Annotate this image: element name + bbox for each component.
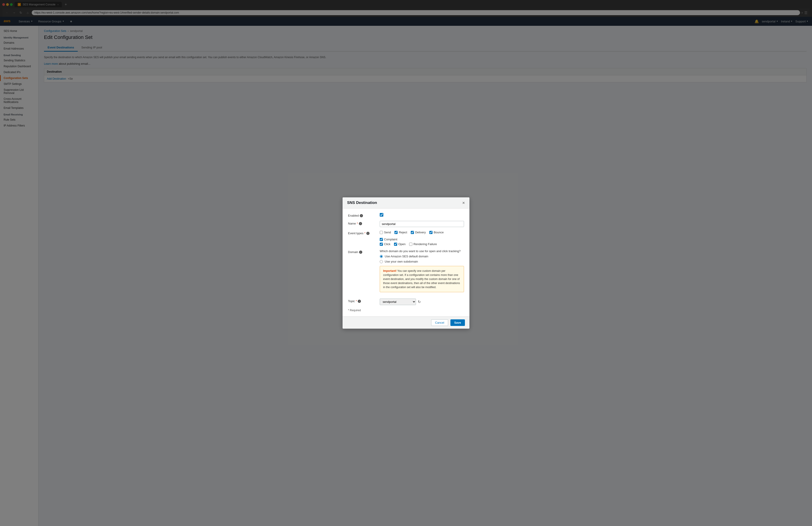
topic-select[interactable]: sendportal — [380, 299, 416, 305]
event-types-row-1: Send Reject Delivery Bounce — [380, 231, 464, 241]
event-types-required-marker: * — [364, 231, 365, 235]
rendering-failure-checkbox[interactable] — [409, 243, 412, 246]
save-button[interactable]: Save — [450, 319, 465, 326]
topic-refresh-button[interactable]: ↻ — [418, 300, 421, 304]
event-types-row-2: Click Open Rendering Failure — [380, 242, 464, 246]
domain-row: Domain i Which domain do you want to use… — [348, 250, 464, 295]
event-types-row: Event types * i Send Reject — [348, 231, 464, 246]
event-type-bounce[interactable]: Bounce — [429, 231, 444, 234]
domain-label: Domain i — [348, 250, 380, 254]
event-type-click[interactable]: Click — [380, 242, 390, 246]
domain-info-icon[interactable]: i — [359, 251, 362, 254]
domain-radio-group: Use Amazon SES default domain Use your o… — [380, 255, 464, 263]
own-subdomain-radio[interactable] — [380, 260, 383, 263]
warning-box: Important! You can specify one custom do… — [380, 266, 464, 292]
send-checkbox[interactable] — [380, 231, 383, 234]
required-note: * Required — [348, 309, 464, 312]
event-type-send[interactable]: Send — [380, 231, 391, 234]
event-type-complaint[interactable]: Complaint — [380, 238, 397, 241]
enabled-control — [380, 213, 464, 217]
name-info-icon[interactable]: i — [359, 222, 362, 225]
ses-default-radio[interactable] — [380, 255, 383, 258]
topic-label: Topic * i — [348, 299, 380, 303]
domain-option-ses-default[interactable]: Use Amazon SES default domain — [380, 255, 464, 258]
domain-question: Which domain do you want to use for open… — [380, 250, 464, 253]
modal-footer: Cancel Save — [343, 316, 469, 329]
modal-overlay: SNS Destination × Enabled i Name * i — [0, 0, 812, 526]
enabled-info-icon[interactable]: i — [360, 214, 363, 217]
sns-destination-modal: SNS Destination × Enabled i Name * i — [343, 197, 469, 329]
enabled-checkbox[interactable] — [380, 213, 383, 216]
event-type-delivery[interactable]: Delivery — [411, 231, 426, 234]
modal-header: SNS Destination × — [343, 197, 469, 208]
topic-row: Topic * i sendportal ↻ — [348, 299, 464, 305]
topic-info-icon[interactable]: i — [358, 300, 361, 303]
event-type-rendering-failure[interactable]: Rendering Failure — [409, 242, 437, 246]
topic-select-row: sendportal ↻ — [380, 299, 464, 305]
topic-control: sendportal ↻ — [380, 299, 464, 305]
event-type-reject[interactable]: Reject — [394, 231, 407, 234]
event-type-open[interactable]: Open — [394, 242, 406, 246]
complaint-checkbox[interactable] — [380, 238, 383, 241]
name-required-marker: * — [357, 222, 358, 225]
reject-checkbox[interactable] — [394, 231, 397, 234]
topic-required-marker: * — [356, 299, 357, 303]
warning-title: Important! — [383, 269, 396, 272]
click-checkbox[interactable] — [380, 243, 383, 246]
domain-control: Which domain do you want to use for open… — [380, 250, 464, 295]
name-label: Name * i — [348, 221, 380, 225]
delivery-checkbox[interactable] — [411, 231, 414, 234]
name-input[interactable] — [380, 221, 464, 227]
modal-body: Enabled i Name * i — [343, 208, 469, 316]
modal-close-button[interactable]: × — [462, 200, 465, 205]
domain-option-own-subdomain[interactable]: Use your own subdomain — [380, 260, 464, 263]
bounce-checkbox[interactable] — [429, 231, 433, 234]
enabled-row: Enabled i — [348, 213, 464, 217]
cancel-button[interactable]: Cancel — [431, 319, 448, 326]
enabled-label: Enabled i — [348, 213, 380, 217]
name-row: Name * i — [348, 221, 464, 227]
name-control — [380, 221, 464, 227]
event-types-control: Send Reject Delivery Bounce — [380, 231, 464, 246]
event-types-label: Event types * i — [348, 231, 380, 235]
open-checkbox[interactable] — [394, 243, 397, 246]
modal-title: SNS Destination — [347, 200, 377, 205]
event-types-info-icon[interactable]: i — [366, 232, 369, 235]
